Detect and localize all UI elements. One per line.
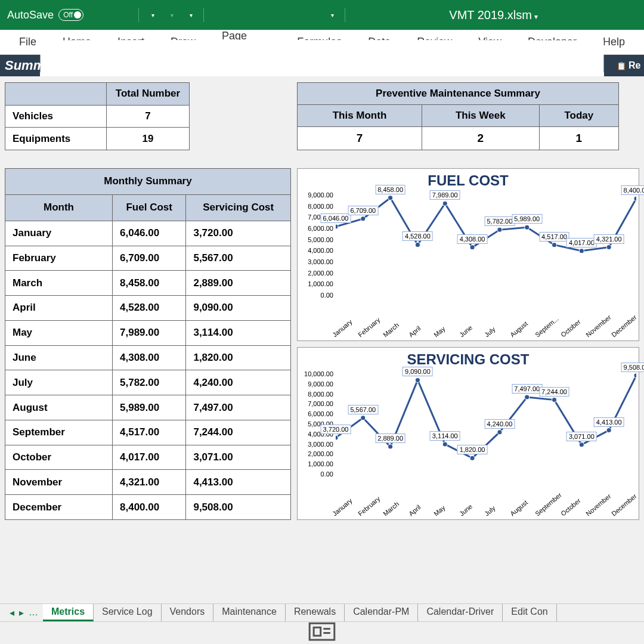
- service-cell: 3,720.00: [186, 221, 291, 246]
- svg-point-43: [579, 442, 584, 447]
- month-cell: September: [5, 420, 113, 445]
- y-axis: 10,000.009,000.008,000.007,000.006,000.0…: [300, 370, 336, 478]
- totals-table: Total Number Vehicles7Equipments19: [5, 82, 190, 150]
- service-cell: 4,240.00: [186, 370, 291, 395]
- svg-rect-47: [314, 627, 321, 636]
- month-cell: March: [5, 271, 113, 296]
- prevent-val: 7: [298, 127, 422, 150]
- svg-point-42: [552, 398, 557, 402]
- sheet-tab-calendar-pm[interactable]: Calendar-PM: [345, 604, 418, 621]
- chart-title: SERVICING COST: [300, 351, 636, 368]
- x-axis: JanuaryFebruaryMarchAprilMayJuneJulyAugu…: [333, 332, 636, 339]
- fuel-cell: 8,400.00: [113, 495, 186, 520]
- totals-label: Equipments: [5, 128, 107, 150]
- sheet-tab-metrics[interactable]: Metrics: [43, 604, 94, 621]
- svg-point-33: [634, 196, 636, 201]
- totals-header: Total Number: [107, 83, 190, 106]
- preventive-table: Preventive Maintenance Summary This Mont…: [297, 82, 619, 150]
- monthly-table: Monthly Summary MonthFuel CostServicing …: [5, 168, 291, 520]
- sheet-tabs: ◂ ▸ … MetricsService LogVendorsMaintenan…: [0, 603, 644, 621]
- svg-point-25: [415, 242, 420, 247]
- fuel-cell: 4,517.00: [113, 420, 186, 445]
- fuel-cell: 7,989.00: [113, 320, 186, 345]
- month-cell: May: [5, 320, 113, 345]
- totals-value: 7: [107, 105, 190, 128]
- prevent-col: Today: [539, 105, 618, 127]
- fuel-cell: 4,017.00: [113, 445, 186, 470]
- fuel-cell: 6,709.00: [113, 246, 186, 271]
- chart-title: FUEL COST: [300, 172, 636, 189]
- sheet-more-icon[interactable]: …: [29, 607, 38, 618]
- highlight-icon[interactable]: ▾: [323, 7, 340, 23]
- service-cell: 7,244.00: [186, 420, 291, 445]
- svg-point-40: [497, 430, 502, 435]
- sheet-tab-vendors[interactable]: Vendors: [162, 604, 214, 621]
- prevent-val: 2: [422, 127, 539, 150]
- svg-point-45: [634, 373, 636, 378]
- fuel-cell: 4,321.00: [113, 470, 186, 495]
- sheet-prev-icon[interactable]: ◂: [10, 607, 14, 618]
- chart-0[interactable]: FUEL COST9,000.008,000.007,000.006,000.0…: [297, 168, 639, 341]
- sheet-tab-renewals[interactable]: Renewals: [286, 604, 345, 621]
- service-cell: 3,114.00: [186, 320, 291, 345]
- fuel-cell: 5,989.00: [113, 395, 186, 420]
- svg-point-44: [606, 428, 611, 433]
- month-cell: April: [5, 296, 113, 321]
- monthly-col: Fuel Cost: [113, 194, 186, 221]
- status-bar: [0, 621, 644, 644]
- sheet-tab-edit-con[interactable]: Edit Con: [503, 604, 556, 621]
- service-cell: 7,497.00: [186, 395, 291, 420]
- service-cell: 5,567.00: [186, 246, 291, 271]
- month-cell: December: [5, 495, 113, 520]
- month-cell: October: [5, 445, 113, 470]
- plot-area: 3,720.005,567.002,889.009,090.003,114.00…: [336, 370, 636, 478]
- svg-point-36: [388, 444, 393, 449]
- fuel-cell: 6,046.00: [113, 221, 186, 246]
- service-cell: 4,413.00: [186, 470, 291, 495]
- monthly-header: Monthly Summary: [5, 169, 291, 195]
- fuel-cell: 4,528.00: [113, 296, 186, 321]
- monthly-col: Month: [5, 194, 113, 221]
- sheet-nav[interactable]: ◂ ▸ …: [5, 607, 43, 618]
- service-cell: 2,889.00: [186, 271, 291, 296]
- prevent-col: This Month: [298, 105, 422, 127]
- svg-point-29: [525, 225, 530, 230]
- sheet-tab-service-log[interactable]: Service Log: [94, 604, 162, 621]
- month-cell: July: [5, 370, 113, 395]
- service-cell: 3,071.00: [186, 445, 291, 470]
- svg-point-34: [336, 435, 338, 440]
- y-axis: 9,000.008,000.007,000.006,000.005,000.00…: [300, 191, 336, 299]
- month-cell: June: [5, 345, 113, 370]
- service-cell: 9,090.00: [186, 296, 291, 321]
- sheet-tab-maintenance[interactable]: Maintenance: [213, 604, 286, 621]
- month-cell: February: [5, 246, 113, 271]
- sheet-next-icon[interactable]: ▸: [19, 607, 24, 618]
- prevent-val: 1: [539, 127, 618, 150]
- preventive-header: Preventive Maintenance Summary: [298, 83, 619, 105]
- prevent-col: This Week: [422, 105, 539, 127]
- chart-1[interactable]: SERVICING COST10,000.009,000.008,000.007…: [297, 347, 639, 520]
- sheet-tab-calendar-driver[interactable]: Calendar-Driver: [418, 604, 503, 621]
- svg-point-24: [388, 196, 393, 200]
- service-cell: 1,820.00: [186, 345, 291, 370]
- totals-value: 19: [107, 128, 190, 150]
- svg-point-26: [442, 201, 447, 206]
- month-cell: August: [5, 395, 113, 420]
- svg-point-32: [606, 245, 611, 250]
- totals-label: Vehicles: [5, 105, 107, 128]
- svg-point-28: [497, 227, 502, 232]
- svg-point-41: [525, 395, 530, 400]
- svg-point-31: [579, 249, 584, 253]
- title-bar: AutoSave Off ▾ ▾ ▾ ▾ VMT 2019.xlsm ▾: [0, 0, 644, 30]
- month-cell: January: [5, 221, 113, 246]
- svg-point-30: [552, 243, 557, 247]
- x-axis: JanuaryFebruaryMarchAprilMayJuneJulyAugu…: [333, 511, 636, 518]
- fuel-cell: 8,458.00: [113, 271, 186, 296]
- svg-point-27: [470, 245, 475, 250]
- svg-point-39: [470, 456, 475, 460]
- content-area: Total Number Vehicles7Equipments19 Preve…: [0, 76, 644, 625]
- svg-point-22: [336, 224, 338, 229]
- svg-point-23: [361, 216, 366, 221]
- month-cell: November: [5, 470, 113, 495]
- fuel-cell: 4,308.00: [113, 345, 186, 370]
